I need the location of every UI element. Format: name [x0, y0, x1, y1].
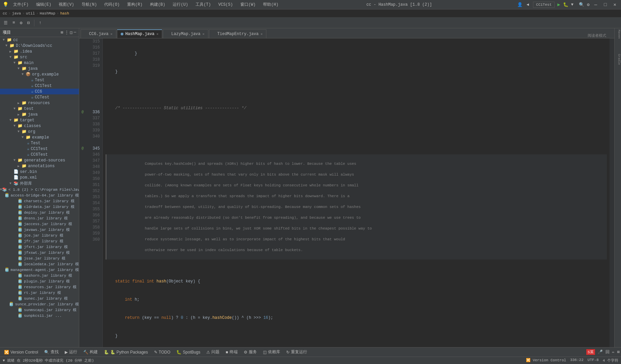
tree-item-resources-jar[interactable]: 🫙 resources.jar library 模	[0, 284, 79, 290]
tree-item-cc1test[interactable]: ☕ CC1Test	[0, 83, 79, 89]
tree-item-jfr[interactable]: 🫙 jfr.jar library 模	[0, 238, 79, 244]
database-btn[interactable]: ◫ 依赖库	[260, 348, 283, 356]
tree-item-jsse[interactable]: 🫙 jsse.jar library 模	[0, 255, 79, 261]
window-max[interactable]: □	[602, 1, 609, 8]
tree-item-rtjar[interactable]: 🫙 rt.jar library 模	[0, 290, 79, 296]
search-btn[interactable]: 🔍	[579, 2, 584, 7]
breadcrumb-util[interactable]: util	[26, 11, 35, 16]
menu-window[interactable]: 窗口(W)	[238, 1, 259, 8]
more-run-btn[interactable]: ▼	[571, 2, 573, 7]
tree-item-sunceprovider[interactable]: 🫙 sunce_provider.jar library 模	[0, 301, 79, 307]
python-packages-btn[interactable]: 🐍 🐍 Python Packages	[101, 349, 151, 356]
tree-item-src[interactable]: ▼ 📁 src	[0, 54, 79, 60]
reader-mode-button[interactable]: 阅读者模式	[588, 33, 606, 38]
menu-build[interactable]: 构建(B)	[147, 1, 168, 8]
tree-item-jfxrt[interactable]: 🫙 jfxrt.jar library 模	[0, 244, 79, 250]
mic-icon[interactable]: 🎤	[598, 350, 603, 355]
toolbar-collapse[interactable]: ⊟	[26, 19, 32, 27]
translate-icon[interactable]: 回	[605, 349, 610, 355]
tree-item-jfxswt[interactable]: 🫙 jfxswt.jar library 模	[0, 250, 79, 255]
tree-item-sunec[interactable]: 🫙 sunec.jar library 模	[0, 296, 79, 301]
toolbar-settings-gear[interactable]: ⚙	[18, 19, 24, 27]
draw-icon[interactable]: ✏	[612, 350, 615, 355]
tab-tiedmapentry[interactable]: TiedMapEntry.java ✕	[209, 29, 266, 38]
user-icon[interactable]: 👤	[517, 2, 523, 7]
navigate-back[interactable]: ◀	[525, 1, 530, 8]
tree-item-cc[interactable]: ▼ 📁 cc	[0, 37, 79, 43]
breadcrumb-cc[interactable]: cc	[3, 11, 7, 16]
tree-item-access-bridge[interactable]: 🫙 access-bridge-64.jar library 模	[0, 192, 79, 198]
menu-run[interactable]: 运行(U)	[170, 1, 191, 8]
tree-item-cctest[interactable]: ☕ CCTest	[0, 94, 79, 100]
tree-item-cc1test2[interactable]: ☕ CC1Test	[0, 146, 79, 152]
sidebar-scope-icon[interactable]: ⊞	[61, 30, 63, 35]
tree-item-cc6[interactable]: ☕ CC6	[0, 89, 79, 94]
tab-close-hashmap[interactable]: ✕	[156, 32, 158, 36]
tree-item-main[interactable]: ▼ 📁 main	[0, 60, 79, 66]
menu-view[interactable]: 视图(V)	[56, 1, 77, 8]
code-content[interactable]: } } /* ---------------- Static utilities…	[103, 38, 610, 347]
debug-btn[interactable]: 🐛	[563, 2, 568, 7]
run-btn[interactable]: ▶	[557, 2, 560, 7]
tree-item-localedata[interactable]: 🫙 localedata.jar library 模	[0, 261, 79, 267]
version-control-btn[interactable]: 🔀 Version Control	[1, 349, 41, 356]
find-btn[interactable]: 🔍 查找	[41, 348, 61, 356]
tree-item-java[interactable]: ▼ 📁 java	[0, 66, 79, 71]
tree-item-cc6test[interactable]: ☕ CC6Test	[0, 152, 79, 157]
tree-item-serbin[interactable]: 📄 ser.bin	[0, 169, 79, 175]
services-btn[interactable]: ⚙ 服务	[241, 348, 260, 356]
menu-file[interactable]: 文件(F)	[10, 1, 31, 8]
tree-item-charsets[interactable]: 🫙 charsets.jar library 模	[0, 198, 79, 204]
tree-item-external[interactable]: ▼ 📚 外部库	[0, 180, 79, 187]
settings-btn[interactable]: ⚙	[587, 2, 590, 7]
window-close[interactable]: ✕	[612, 1, 618, 8]
menu-vcs[interactable]: VCS(S)	[215, 2, 235, 8]
tab-close-cc6java[interactable]: ✕	[111, 32, 113, 36]
tree-item-jce[interactable]: 🫙 jce.jar library 模	[0, 233, 79, 238]
tree-item-target[interactable]: ▼ 📁 target	[0, 117, 79, 123]
right-panel-maven[interactable]: Maven	[615, 30, 621, 50]
tree-item-management[interactable]: 🫙 management-agent.jar library 模	[0, 267, 79, 273]
menu-nav[interactable]: 导航(N)	[79, 1, 100, 8]
tree-item-orgexample[interactable]: ▼ 📦 org.example	[0, 71, 79, 77]
tree-item-deploy[interactable]: 🫙 deploy.jar library 模	[0, 210, 79, 215]
tree-item-dnsns[interactable]: 🫙 dnsns.jar library 模	[0, 215, 79, 221]
tree-item-test-folder[interactable]: ▼ 📁 test	[0, 106, 79, 112]
sidebar-minus-icon[interactable]: —	[74, 30, 76, 35]
tree-item-pomxml[interactable]: 📄 pom.xml	[0, 175, 79, 180]
rerun-btn[interactable]: ↻ 重复运行	[284, 348, 310, 356]
window-min[interactable]: —	[592, 1, 599, 8]
tab-close-lazymap[interactable]: ✕	[203, 32, 205, 36]
tree-item-sunmscapi[interactable]: 🫙 sunmscapi.jar library 模	[0, 307, 79, 313]
spotbugs-btn[interactable]: 🐛 SpotBugs	[174, 349, 203, 356]
menu-code[interactable]: 代码(O)	[101, 1, 122, 8]
run-btn-bottom[interactable]: ▶ 运行	[62, 348, 80, 356]
tree-item-generated[interactable]: ▼ 📁 generated-sources	[0, 157, 79, 163]
sidebar-expand-icon[interactable]: ◫	[70, 30, 72, 35]
editor-scroll-area[interactable]: @ @	[79, 38, 614, 347]
tree-item-annotations[interactable]: ▶ 📁 annotations	[0, 163, 79, 169]
problems-btn[interactable]: ⚠ 问题	[204, 348, 222, 356]
more-icon[interactable]: ⊞	[617, 350, 620, 355]
tab-hashmapjava[interactable]: HashMap.java ✕	[117, 29, 162, 38]
tree-item-javaws[interactable]: 🫙 javaws.jar library 模	[0, 227, 79, 233]
code-editor[interactable]: @ @	[79, 38, 614, 347]
tree-item-java2[interactable]: ▶ 📁 java	[0, 112, 79, 117]
breadcrumb-hashmap[interactable]: HashMap	[40, 11, 55, 16]
tab-cc6java[interactable]: CC6.java ✕	[81, 29, 116, 38]
terminal-btn[interactable]: ■ 终端	[223, 348, 240, 356]
todo-btn[interactable]: ✎ TODO	[151, 349, 173, 356]
tree-item-jdk[interactable]: ▼ 📚 < 1.8 (2) > C:\Program Files\Java\jd…	[0, 187, 79, 192]
menu-help[interactable]: 帮助(H)	[260, 1, 281, 8]
build-btn[interactable]: 🔨 构建	[81, 348, 100, 356]
tree-item-example[interactable]: ▼ 📁 example	[0, 134, 79, 140]
ime-icon[interactable]: S英	[586, 349, 595, 355]
tree-item-plugin[interactable]: 🫙 plugin.jar library 模	[0, 278, 79, 284]
toolbar-up[interactable]: ↑	[37, 19, 43, 26]
tree-item-sunpkcs11[interactable]: 🫙 sunpkcs11.jar ...	[0, 313, 79, 318]
sidebar-toggle[interactable]: ☰	[2, 19, 9, 27]
tree-item-downloads[interactable]: ▼ 📁 D:\Downloads\cc	[0, 43, 79, 49]
tree-item-test2[interactable]: ☕ Test	[0, 140, 79, 146]
tree-item-org[interactable]: ▼ 📁 org	[0, 129, 79, 134]
breadcrumb-java[interactable]: java	[12, 11, 21, 16]
